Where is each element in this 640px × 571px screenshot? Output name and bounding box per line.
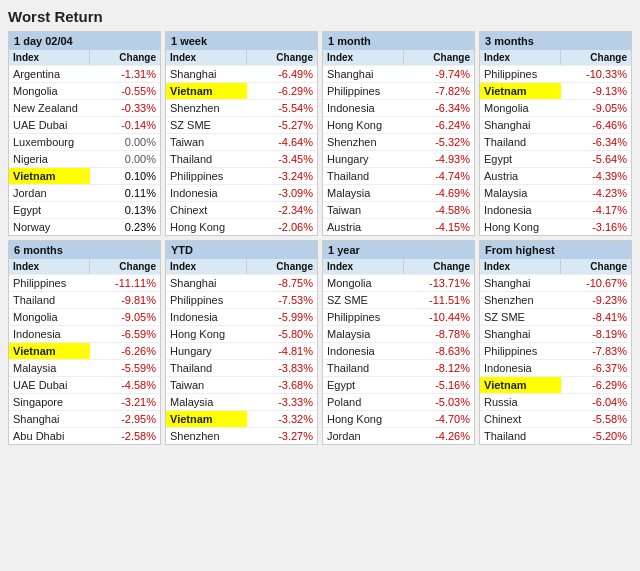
index-change: -8.19% [561,326,631,342]
index-name: Jordan [323,428,404,444]
index-change: -10.33% [561,66,631,82]
panel-header-ytd: YTD [166,241,317,259]
index-name: Austria [323,219,404,235]
index-change: -9.23% [561,292,631,308]
panel-header-1year: 1 year [323,241,474,259]
table-row: Egypt0.13% [9,201,160,218]
index-change: -4.74% [404,168,474,184]
index-name: Egypt [323,377,404,393]
index-name: UAE Dubai [9,117,90,133]
table-row: Malaysia-4.23% [480,184,631,201]
index-change: -6.59% [90,326,160,342]
table-row: Chinext-5.58% [480,410,631,427]
index-name: Philippines [166,292,247,308]
table-row: Argentina-1.31% [9,65,160,82]
table-row: Hong Kong-4.70% [323,410,474,427]
index-name: Hong Kong [166,219,247,235]
table-row: Indonesia-6.59% [9,325,160,342]
table-row: Philippines-7.53% [166,291,317,308]
table-row: UAE Dubai-4.58% [9,376,160,393]
index-name: Vietnam [166,83,247,99]
col-header-change: Change [90,259,160,274]
col-headers-1month: IndexChange [323,50,474,65]
index-name: Argentina [9,66,90,82]
index-name: Shanghai [166,275,247,291]
table-row: Mongolia-0.55% [9,82,160,99]
table-row: Austria-4.15% [323,218,474,235]
table-row: Shanghai-6.49% [166,65,317,82]
table-row: Indonesia-5.99% [166,308,317,325]
index-change: -2.95% [90,411,160,427]
table-row: Indonesia-6.34% [323,99,474,116]
table-row: Thailand-4.74% [323,167,474,184]
index-change: -5.64% [561,151,631,167]
index-change: -5.20% [561,428,631,444]
index-name: Thailand [323,168,404,184]
table-row: Russia-6.04% [480,393,631,410]
table-row: Vietnam-9.13% [480,82,631,99]
index-change: -5.32% [404,134,474,150]
table-row: Jordan-4.26% [323,427,474,444]
col-header-index: Index [323,259,404,274]
panel-header-1month: 1 month [323,32,474,50]
index-change: -5.27% [247,117,317,133]
panel-header-6months: 6 months [9,241,160,259]
index-name: Hong Kong [166,326,247,342]
table-row: Shanghai-6.46% [480,116,631,133]
index-name: Russia [480,394,561,410]
index-name: Philippines [166,168,247,184]
index-name: Malaysia [9,360,90,376]
index-name: Luxembourg [9,134,90,150]
index-change: -5.16% [404,377,474,393]
index-change: -9.05% [561,100,631,116]
index-name: Abu Dhabi [9,428,90,444]
col-header-change: Change [404,50,474,65]
table-row: Abu Dhabi-2.58% [9,427,160,444]
index-name: Hungary [166,343,247,359]
table-row: Hong Kong-6.24% [323,116,474,133]
table-row: Thailand-6.34% [480,133,631,150]
index-name: Indonesia [166,185,247,201]
index-name: Mongolia [9,309,90,325]
table-row: Egypt-5.64% [480,150,631,167]
table-row: Thailand-5.20% [480,427,631,444]
index-change: -4.39% [561,168,631,184]
index-name: Malaysia [166,394,247,410]
index-change: -8.75% [247,275,317,291]
index-change: -4.93% [404,151,474,167]
index-change: -4.81% [247,343,317,359]
index-name: SZ SME [480,309,561,325]
index-change: 0.13% [90,202,160,218]
table-row: Malaysia-5.59% [9,359,160,376]
index-change: -4.64% [247,134,317,150]
table-row: Philippines-3.24% [166,167,317,184]
index-change: 0.00% [90,151,160,167]
col-headers-fromhighest: IndexChange [480,259,631,274]
table-row: Thailand-3.45% [166,150,317,167]
index-change: -6.24% [404,117,474,133]
index-name: Indonesia [9,326,90,342]
col-header-change: Change [561,259,631,274]
col-header-index: Index [323,50,404,65]
table-row: Mongolia-9.05% [9,308,160,325]
col-header-index: Index [9,259,90,274]
index-name: Egypt [9,202,90,218]
table-row: Mongolia-9.05% [480,99,631,116]
index-change: -2.34% [247,202,317,218]
index-name: Hong Kong [480,219,561,235]
index-change: -4.23% [561,185,631,201]
table-row: Chinext-2.34% [166,201,317,218]
index-name: Thailand [9,292,90,308]
index-name: Vietnam [9,168,90,184]
table-row: Shanghai-2.95% [9,410,160,427]
index-name: Shanghai [480,326,561,342]
index-change: -4.26% [404,428,474,444]
index-change: -6.34% [561,134,631,150]
col-header-change: Change [90,50,160,65]
index-change: -4.58% [404,202,474,218]
index-name: Indonesia [323,100,404,116]
col-headers-3months: IndexChange [480,50,631,65]
index-change: -8.12% [404,360,474,376]
index-name: Shanghai [166,66,247,82]
index-name: Philippines [323,309,404,325]
